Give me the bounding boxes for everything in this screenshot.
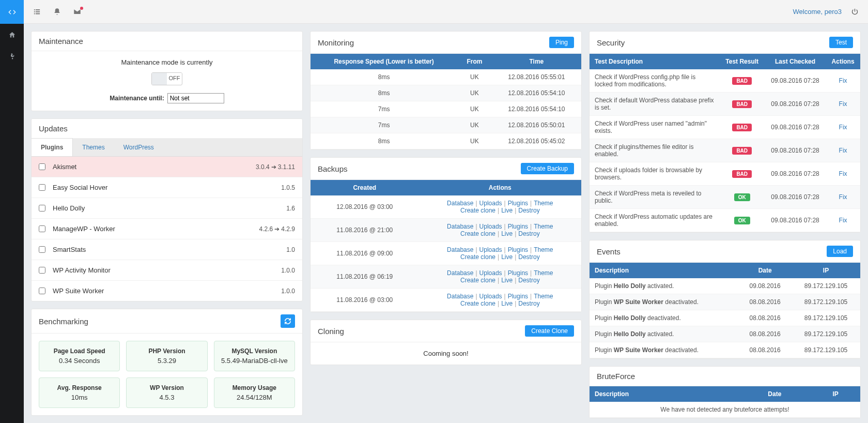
table-row: Check if default WordPress database pref… bbox=[590, 93, 860, 116]
power-button[interactable] bbox=[851, 8, 859, 16]
security-test-button[interactable]: Test bbox=[829, 37, 853, 48]
backup-action-link[interactable]: Plugins bbox=[508, 246, 528, 253]
backup-action-link[interactable]: Database bbox=[447, 246, 473, 253]
plugin-checkbox[interactable] bbox=[39, 246, 45, 253]
create-backup-button[interactable]: Create Backup bbox=[521, 163, 574, 174]
backup-action-link[interactable]: Destroy bbox=[518, 207, 539, 214]
backup-action-link[interactable]: Plugins bbox=[508, 293, 528, 300]
panel-title: Backups bbox=[318, 164, 348, 173]
nav-home[interactable] bbox=[0, 24, 24, 46]
backup-action-link[interactable]: Live bbox=[501, 207, 513, 214]
fix-link[interactable]: Fix bbox=[839, 170, 847, 177]
backup-action-link[interactable]: Uploads bbox=[479, 293, 502, 300]
plugin-version: 4.2.6➔4.2.9 bbox=[259, 225, 295, 233]
svg-rect-0 bbox=[34, 9, 35, 10]
backup-action-link[interactable]: Create clone bbox=[460, 207, 495, 214]
fix-link[interactable]: Fix bbox=[839, 147, 847, 154]
plugin-row: Hello Dolly1.6 bbox=[32, 198, 302, 219]
nav-usb[interactable] bbox=[0, 46, 24, 67]
menu-toggle[interactable] bbox=[33, 8, 41, 16]
ping-button[interactable]: Ping bbox=[549, 37, 574, 48]
backup-action-link[interactable]: Uploads bbox=[479, 246, 502, 253]
backup-action-link[interactable]: Plugins bbox=[508, 223, 528, 230]
table-row: 11.08.2016 @ 06:19Database|Uploads|Plugi… bbox=[311, 265, 581, 289]
table-row: Plugin Hello Dolly activated.09.08.20168… bbox=[590, 278, 860, 294]
fix-link[interactable]: Fix bbox=[839, 217, 847, 224]
result-badge: BAD bbox=[732, 124, 752, 131]
backup-action-link[interactable]: Database bbox=[447, 223, 473, 230]
bench-value: 4.5.3 bbox=[130, 394, 204, 401]
backup-action-link[interactable]: Plugins bbox=[508, 269, 528, 277]
plugin-checkbox[interactable] bbox=[39, 288, 45, 294]
welcome-user[interactable]: Welcome, pero3 bbox=[793, 8, 842, 16]
table-row: 8msUK12.08.2016 05:54:10 bbox=[311, 85, 581, 101]
th: Test Description bbox=[590, 54, 720, 69]
svg-rect-2 bbox=[34, 11, 35, 12]
backup-action-link[interactable]: Live bbox=[501, 277, 513, 284]
bench-title: Page Load Speed bbox=[42, 348, 116, 355]
events-load-button[interactable]: Load bbox=[827, 246, 853, 257]
backup-action-link[interactable]: Theme bbox=[534, 293, 553, 300]
backup-action-link[interactable]: Destroy bbox=[518, 300, 539, 307]
fix-link[interactable]: Fix bbox=[839, 124, 847, 131]
backup-action-link[interactable]: Create clone bbox=[460, 253, 495, 261]
sec-desc: Check if WordPress meta is reveiled to p… bbox=[590, 186, 720, 209]
backup-action-link[interactable]: Destroy bbox=[518, 253, 539, 261]
backup-action-link[interactable]: Theme bbox=[534, 200, 553, 207]
backup-action-link[interactable]: Live bbox=[501, 300, 513, 307]
plugin-name: Hello Dolly bbox=[53, 204, 286, 212]
backup-action-link[interactable]: Theme bbox=[534, 246, 553, 253]
plugin-checkbox[interactable] bbox=[39, 163, 45, 170]
backup-action-link[interactable]: Database bbox=[447, 269, 473, 277]
tab-plugins[interactable]: Plugins bbox=[32, 138, 73, 156]
backup-action-link[interactable]: Create clone bbox=[460, 277, 495, 284]
messages[interactable] bbox=[73, 8, 81, 16]
backup-action-link[interactable]: Uploads bbox=[479, 200, 502, 207]
th: IP bbox=[792, 263, 860, 278]
notifications[interactable] bbox=[53, 8, 61, 16]
th: From bbox=[457, 54, 492, 69]
result-badge: BAD bbox=[732, 170, 752, 178]
plugin-checkbox[interactable] bbox=[39, 225, 45, 232]
panel-title: Monitoring bbox=[318, 38, 354, 47]
backup-action-link[interactable]: Theme bbox=[534, 223, 553, 230]
bench-value: 5.3.29 bbox=[130, 357, 204, 365]
backup-action-link[interactable]: Theme bbox=[534, 269, 553, 277]
backup-action-link[interactable]: Live bbox=[501, 253, 513, 261]
create-clone-button[interactable]: Create Clone bbox=[525, 325, 574, 337]
benchmark-refresh-button[interactable] bbox=[281, 314, 295, 328]
fix-link[interactable]: Fix bbox=[839, 100, 847, 108]
backup-action-link[interactable]: Uploads bbox=[479, 269, 502, 277]
backup-action-link[interactable]: Create clone bbox=[460, 300, 495, 307]
backup-action-link[interactable]: Database bbox=[447, 200, 473, 207]
tab-themes[interactable]: Themes bbox=[73, 139, 114, 156]
sec-desc: Check if WordPress config.php file is lo… bbox=[590, 69, 720, 93]
backup-action-link[interactable]: Create clone bbox=[460, 230, 495, 237]
backup-action-link[interactable]: Destroy bbox=[518, 277, 539, 284]
backup-action-link[interactable]: Uploads bbox=[479, 223, 502, 230]
backup-action-link[interactable]: Destroy bbox=[518, 230, 539, 237]
maintenance-toggle[interactable]: OFF bbox=[151, 72, 182, 85]
backup-action-link[interactable]: Plugins bbox=[508, 200, 528, 207]
maintenance-until-input[interactable] bbox=[167, 93, 224, 103]
tab-wordpress[interactable]: WordPress bbox=[114, 139, 163, 156]
th: Actions bbox=[826, 54, 860, 69]
panel-title: Cloning bbox=[318, 327, 344, 336]
th: Test Result bbox=[720, 54, 765, 69]
plugin-checkbox[interactable] bbox=[39, 205, 45, 212]
plugin-checkbox[interactable] bbox=[39, 184, 45, 191]
sec-desc: Check if WordPress automatic updates are… bbox=[590, 209, 720, 232]
plugin-version: 1.0.0 bbox=[281, 288, 295, 295]
fix-link[interactable]: Fix bbox=[839, 193, 847, 201]
logo[interactable] bbox=[0, 0, 24, 24]
backup-action-link[interactable]: Live bbox=[501, 230, 513, 237]
svg-rect-4 bbox=[34, 13, 35, 14]
backup-action-link[interactable]: Database bbox=[447, 293, 473, 300]
maintenance-panel: Maintenance Maintenance mode is currentl… bbox=[31, 31, 303, 111]
plugin-version: 1.6 bbox=[286, 205, 295, 212]
result-badge: BAD bbox=[732, 77, 752, 85]
bruteforce-empty: We have not detected any bruteforce atte… bbox=[590, 402, 860, 418]
plugin-checkbox[interactable] bbox=[39, 267, 45, 274]
fix-link[interactable]: Fix bbox=[839, 77, 847, 84]
bench-title: Memory Usage bbox=[218, 384, 291, 391]
